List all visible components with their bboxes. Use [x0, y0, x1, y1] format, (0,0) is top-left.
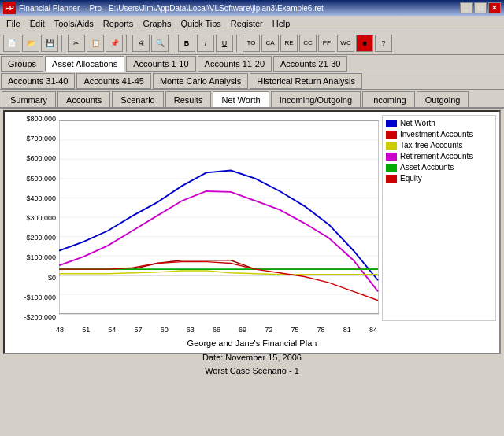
tab-row: Summary Accounts Scenario Results Net Wo…: [0, 90, 504, 109]
legend-color-asset: [386, 164, 397, 172]
nav-accounts-21-30[interactable]: Accounts 21-30: [273, 56, 347, 72]
legend-label-equity: Equity: [400, 174, 422, 183]
x-label-75: 75: [291, 326, 298, 334]
tab-outgoing[interactable]: Outgoing: [417, 91, 469, 107]
x-label-72: 72: [265, 326, 272, 334]
legend-color-investment: [386, 131, 397, 139]
tb-btn7[interactable]: ■: [356, 35, 373, 52]
menu-help[interactable]: Help: [268, 17, 295, 30]
y-label-neg200k: -$200,000: [8, 313, 56, 321]
legend-asset: Asset Accounts: [386, 163, 492, 172]
tb-sep3: [172, 35, 175, 52]
nav-historical-return[interactable]: Historical Return Analysis: [250, 73, 362, 89]
y-axis: $800,000 $700,000 $600,000 $500,000 $400…: [8, 115, 59, 321]
footer-line3: Worst Case Scenario - 1: [8, 364, 496, 379]
tb-preview[interactable]: 🔍: [151, 35, 169, 52]
app-icon: FP: [3, 2, 16, 14]
menu-quicktips[interactable]: Quick Tips: [176, 17, 225, 30]
y-label-500k: $500,000: [8, 175, 56, 183]
nav-accounts-41-45[interactable]: Accounts 41-45: [76, 73, 150, 89]
tab-incoming[interactable]: Incoming: [362, 91, 415, 107]
tb-btn4[interactable]: CC: [299, 35, 317, 52]
legend-retirement: Retirement Accounts: [386, 152, 492, 161]
menu-edit[interactable]: Edit: [25, 17, 50, 30]
x-label-51: 51: [82, 326, 90, 334]
x-axis: 48 51 54 57 60 63 66 69 72 75 78 81 84: [5, 324, 499, 334]
tb-help[interactable]: ?: [375, 35, 392, 52]
y-label-800k: $800,000: [8, 115, 56, 123]
footer-line1: George and Jane's Financial Plan: [8, 337, 496, 351]
menu-tools[interactable]: Tools/Aids: [50, 17, 98, 30]
tab-incoming-outgoing[interactable]: Incoming/Outgoing: [271, 91, 361, 107]
main-content: $800,000 $700,000 $600,000 $500,000 $400…: [3, 110, 501, 354]
tb-btn1[interactable]: TO: [243, 35, 260, 52]
legend-color-equity: [386, 175, 397, 183]
legend-label-net-worth: Net Worth: [400, 119, 435, 127]
toolbar: 📄 📂 💾 ✂ 📋 📌 🖨 🔍 B I U TO CA RE CC PP WC …: [0, 31, 504, 55]
x-label-54: 54: [108, 326, 116, 334]
nav-row-1: Groups Asset Allocations Accounts 1-10 A…: [0, 55, 504, 72]
tb-bold[interactable]: B: [178, 35, 195, 52]
legend-color-taxfree: [386, 142, 397, 150]
tb-btn3[interactable]: RE: [280, 35, 298, 52]
menu-register[interactable]: Register: [226, 17, 268, 30]
chart-svg-container: [59, 115, 379, 321]
y-label-700k: $700,000: [8, 135, 56, 142]
nav-accounts-11-20[interactable]: Accounts 11-20: [198, 56, 272, 72]
menu-file[interactable]: File: [2, 17, 25, 30]
y-label-100k: $100,000: [8, 253, 56, 261]
menu-graphs[interactable]: Graphs: [138, 17, 176, 30]
tb-copy[interactable]: 📋: [87, 35, 104, 52]
tb-btn2[interactable]: CA: [261, 35, 279, 52]
footer-line2: Date: November 15, 2006: [8, 351, 496, 365]
y-label-200k: $200,000: [8, 234, 56, 242]
tb-btn5[interactable]: PP: [318, 35, 335, 52]
legend-label-taxfree: Tax-free Accounts: [400, 141, 462, 150]
maximize-button[interactable]: □: [474, 2, 487, 13]
legend-equity: Equity: [386, 174, 492, 183]
menu-reports[interactable]: Reports: [98, 17, 139, 30]
tb-cut[interactable]: ✂: [68, 35, 85, 52]
x-label-84: 84: [369, 326, 377, 334]
tb-underline[interactable]: U: [216, 35, 233, 52]
tb-save[interactable]: 💾: [41, 35, 58, 52]
legend-net-worth: Net Worth: [386, 119, 492, 127]
nav-accounts-31-40[interactable]: Accounts 31-40: [1, 73, 75, 89]
tb-new[interactable]: 📄: [3, 35, 20, 52]
legend: Net Worth Investment Accounts Tax-free A…: [382, 115, 496, 321]
tb-open[interactable]: 📂: [22, 35, 39, 52]
legend-label-retirement: Retirement Accounts: [400, 152, 472, 161]
tab-scenario[interactable]: Scenario: [112, 91, 163, 107]
close-button[interactable]: ✕: [488, 2, 501, 13]
tab-accounts[interactable]: Accounts: [57, 91, 110, 107]
tb-italic[interactable]: I: [197, 35, 214, 52]
minimize-button[interactable]: _: [460, 2, 472, 13]
tab-summary[interactable]: Summary: [2, 91, 56, 107]
chart-svg: [59, 115, 379, 320]
nav-accounts-1-10[interactable]: Accounts 1-10: [126, 56, 195, 72]
x-label-78: 78: [317, 326, 325, 334]
nav-monte-carlo[interactable]: Monte Carlo Analysis: [153, 73, 248, 89]
chart-and-legend: Net Worth Investment Accounts Tax-free A…: [59, 115, 496, 321]
tb-sep1: [61, 35, 65, 52]
x-label-57: 57: [134, 326, 142, 334]
tab-results[interactable]: Results: [165, 91, 212, 107]
y-label-400k: $400,000: [8, 194, 56, 202]
tab-net-worth[interactable]: Net Worth: [213, 91, 269, 107]
tb-print[interactable]: 🖨: [132, 35, 150, 52]
nav-asset-allocations[interactable]: Asset Allocations: [45, 56, 124, 72]
tb-paste[interactable]: 📌: [106, 35, 123, 52]
window-title: Financial Planner -- Pro - E:\Users\Jim\…: [19, 4, 324, 13]
x-label-66: 66: [213, 326, 220, 334]
y-label-300k: $300,000: [8, 214, 56, 222]
legend-investment: Investment Accounts: [386, 130, 492, 139]
tb-sep2: [126, 35, 129, 52]
nav-groups[interactable]: Groups: [1, 56, 43, 72]
nav-row-2: Accounts 31-40 Accounts 41-45 Monte Carl…: [0, 72, 504, 90]
chart-area: $800,000 $700,000 $600,000 $500,000 $400…: [5, 112, 499, 324]
title-bar: FP Financial Planner -- Pro - E:\Users\J…: [0, 0, 504, 16]
menu-bar: File Edit Tools/Aids Reports Graphs Quic…: [0, 16, 504, 31]
y-label-neg100k: -$100,000: [8, 294, 56, 301]
y-label-600k: $600,000: [8, 154, 56, 162]
tb-btn6[interactable]: WC: [337, 35, 354, 52]
